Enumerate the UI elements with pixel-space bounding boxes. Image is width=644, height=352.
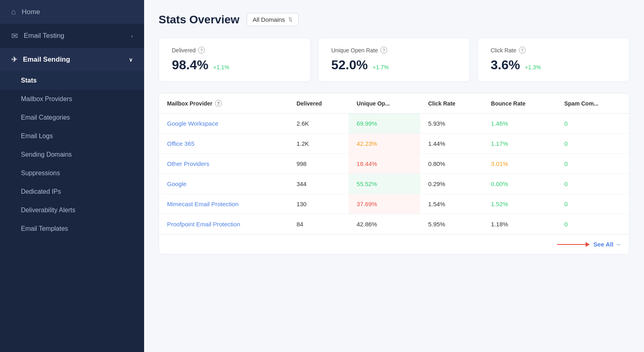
see-all-label: See All →	[593, 241, 621, 248]
cell-click-rate: 1.44%	[420, 134, 483, 154]
sidebar-sub-item-email-templates[interactable]: Email Templates	[0, 219, 144, 238]
table-row: Proofpoint Email Protection8442.86%5.95%…	[159, 214, 629, 234]
sidebar-item-email-testing[interactable]: ✉ Email Testing ›	[0, 24, 144, 48]
cell-bounce-rate: 1.52%	[483, 194, 556, 214]
cell-delivered: 84	[289, 214, 349, 234]
sidebar-sub-item-email-logs[interactable]: Email Logs	[0, 127, 144, 145]
table-row: Google Workspace2.6K69.99%5.93%1.46%0	[159, 114, 629, 134]
col-unique-open: Unique Op...	[349, 93, 420, 114]
unique-open-delta: +1.7%	[373, 64, 389, 70]
cell-delivered: 130	[289, 194, 349, 214]
cell-unique-open: 18.44%	[349, 154, 420, 174]
sidebar-sub-label-stats: Stats	[21, 77, 37, 84]
table-row: Other Providers99818.44%0.80%3.01%0	[159, 154, 629, 174]
email-sending-icon: ✈	[11, 55, 17, 64]
sidebar-sub-item-mailbox-providers[interactable]: Mailbox Providers	[0, 90, 144, 108]
cell-spam: 0	[556, 114, 629, 134]
sidebar-item-home-label: Home	[22, 8, 40, 16]
sidebar-sub-item-deliverability-alerts[interactable]: Deliverability Alerts	[0, 201, 144, 219]
provider-link[interactable]: Google	[167, 180, 186, 187]
stats-cards: Delivered ? 98.4% +1.1% Unique Open Rate…	[159, 37, 630, 82]
sidebar-sub-label-sending-domains: Sending Domains	[21, 151, 72, 158]
cell-spam: 0	[556, 134, 629, 154]
cell-click-rate: 0.80%	[420, 154, 483, 174]
sidebar-sub-label-email-templates: Email Templates	[21, 225, 68, 232]
cell-spam: 0	[556, 154, 629, 174]
sidebar-sub-label-email-logs: Email Logs	[21, 133, 53, 140]
delivered-delta: +1.1%	[213, 64, 229, 70]
table-row: Google34455.52%0.29%0.00%0	[159, 174, 629, 194]
sidebar-sub-item-email-categories[interactable]: Email Categories	[0, 108, 144, 127]
mailbox-table: Mailbox Provider ? Delivered Unique Op..…	[159, 93, 630, 255]
col-spam: Spam Com...	[556, 93, 629, 114]
stat-card-click-rate-label: Click Rate ?	[491, 47, 616, 54]
cell-bounce-rate: 3.01%	[483, 154, 556, 174]
see-all-arrow-icon	[557, 244, 589, 245]
page-title: Stats Overview	[159, 13, 239, 26]
click-rate-info-icon[interactable]: ?	[519, 47, 526, 54]
delivered-value: 98.4%	[172, 58, 208, 72]
page-header: Stats Overview All Domains ⇅	[159, 13, 630, 26]
sidebar-sub-item-suppressions[interactable]: Suppressions	[0, 164, 144, 182]
sidebar-item-email-sending[interactable]: ✈ Email Sending ∨	[0, 48, 144, 71]
cell-spam: 0	[556, 214, 629, 234]
chevron-right-icon: ›	[131, 33, 133, 39]
sidebar-sub-label-dedicated-ips: Dedicated IPs	[21, 188, 61, 195]
table-footer: See All →	[159, 234, 629, 254]
sidebar: ⌂ Home ✉ Email Testing › ✈ Email Sending…	[0, 0, 144, 352]
cell-provider: Office 365	[159, 134, 289, 154]
domain-selector-icon: ⇅	[288, 17, 293, 23]
cell-click-rate: 1.54%	[420, 194, 483, 214]
col-provider: Mailbox Provider ?	[159, 93, 289, 114]
domain-selector-label: All Domains	[253, 16, 285, 23]
col-delivered: Delivered	[289, 93, 349, 114]
cell-delivered: 344	[289, 174, 349, 194]
cell-provider: Google Workspace	[159, 114, 289, 134]
delivered-info-icon[interactable]: ?	[198, 47, 205, 54]
see-all-button[interactable]: See All →	[557, 241, 621, 248]
provider-link[interactable]: Office 365	[167, 140, 194, 147]
cell-unique-open: 42.23%	[349, 134, 420, 154]
sidebar-sub-label-deliverability-alerts: Deliverability Alerts	[21, 207, 75, 214]
cell-provider: Google	[159, 174, 289, 194]
cell-bounce-rate: 1.17%	[483, 134, 556, 154]
cell-bounce-rate: 0.00%	[483, 174, 556, 194]
email-testing-icon: ✉	[11, 31, 18, 41]
cell-provider: Other Providers	[159, 154, 289, 174]
table-row: Office 3651.2K42.23%1.44%1.17%0	[159, 134, 629, 154]
click-rate-delta: +1.3%	[525, 64, 541, 70]
sidebar-item-email-sending-label: Email Sending	[23, 56, 70, 64]
provider-link[interactable]: Other Providers	[167, 160, 209, 167]
cell-bounce-rate: 1.46%	[483, 114, 556, 134]
cell-unique-open: 69.99%	[349, 114, 420, 134]
col-click-rate: Click Rate	[420, 93, 483, 114]
provider-link[interactable]: Google Workspace	[167, 120, 218, 127]
unique-open-value: 52.0%	[331, 58, 368, 72]
cell-delivered: 1.2K	[289, 134, 349, 154]
cell-click-rate: 0.29%	[420, 174, 483, 194]
sidebar-sub-label-mailbox-providers: Mailbox Providers	[21, 95, 72, 103]
click-rate-value: 3.6%	[491, 58, 520, 72]
stat-card-delivered: Delivered ? 98.4% +1.1%	[159, 37, 311, 82]
sidebar-sub-item-stats[interactable]: Stats	[0, 71, 144, 90]
provider-col-info-icon[interactable]: ?	[215, 100, 222, 107]
chevron-down-icon: ∨	[129, 57, 133, 63]
stat-card-delivered-label: Delivered ?	[172, 47, 297, 54]
domain-selector[interactable]: All Domains ⇅	[247, 13, 299, 26]
cell-click-rate: 5.93%	[420, 114, 483, 134]
cell-provider: Mimecast Email Protection	[159, 194, 289, 214]
sidebar-sub-label-suppressions: Suppressions	[21, 170, 60, 177]
provider-link[interactable]: Mimecast Email Protection	[167, 201, 239, 207]
sidebar-item-home[interactable]: ⌂ Home	[0, 0, 144, 24]
table-row: Mimecast Email Protection13037.69%1.54%1…	[159, 194, 629, 214]
cell-unique-open: 55.52%	[349, 174, 420, 194]
stat-card-unique-open-rate: Unique Open Rate ? 52.0% +1.7%	[318, 37, 470, 82]
cell-click-rate: 5.95%	[420, 214, 483, 234]
unique-open-info-icon[interactable]: ?	[380, 47, 387, 54]
provider-link[interactable]: Proofpoint Email Protection	[167, 221, 240, 228]
cell-spam: 0	[556, 194, 629, 214]
cell-bounce-rate: 1.18%	[483, 214, 556, 234]
sidebar-sub-item-dedicated-ips[interactable]: Dedicated IPs	[0, 182, 144, 201]
sidebar-sub-item-sending-domains[interactable]: Sending Domains	[0, 145, 144, 164]
cell-spam: 0	[556, 174, 629, 194]
